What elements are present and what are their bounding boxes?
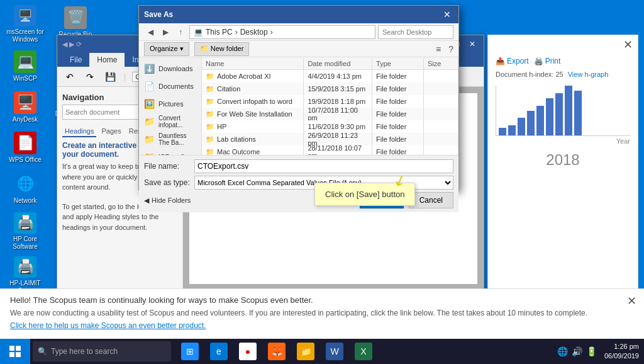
tray-icons: 🌐 🔊 🔋 bbox=[557, 346, 597, 356]
scopus-chart: Year 2018 bbox=[488, 81, 638, 174]
organize-button[interactable]: Organize ▾ bbox=[144, 42, 189, 56]
svg-rect-3 bbox=[16, 352, 21, 357]
hide-folders-toggle[interactable]: ◀ Hide Folders bbox=[144, 196, 191, 205]
dialog-close-button[interactable]: ✕ bbox=[441, 8, 453, 21]
pictures-icon: 🖼️ bbox=[144, 99, 155, 109]
svg-rect-1 bbox=[16, 346, 21, 351]
taskbar-edge[interactable]: e bbox=[205, 339, 233, 364]
export-icon: 📤 bbox=[496, 57, 505, 65]
chart-bar-3 bbox=[518, 118, 525, 135]
documents-icon: 📄 bbox=[144, 81, 155, 91]
scopus-banner-close[interactable]: ✕ bbox=[627, 294, 636, 308]
tray-network-icon[interactable]: 🌐 bbox=[557, 346, 568, 356]
table-row[interactable]: 📁Lab citations 26/9/2018 11:23 pm File f… bbox=[202, 133, 458, 145]
close-button[interactable]: ✕ bbox=[466, 39, 479, 49]
view-h-graph-link[interactable]: View h-graph bbox=[568, 71, 609, 78]
scopus-banner-body: We are now conducting a usability test o… bbox=[10, 309, 634, 317]
taskbar-search[interactable]: 🔍 Type here to search bbox=[33, 341, 171, 361]
taskbar-clock[interactable]: 1:26 pm 06/09/2019 bbox=[604, 342, 639, 361]
nav-tab-headings[interactable]: Headings bbox=[62, 126, 96, 137]
scopus-panel-actions: 📤 Export 🖨️ Print bbox=[488, 54, 638, 68]
start-button[interactable] bbox=[0, 339, 30, 364]
tab-file[interactable]: File bbox=[62, 53, 89, 67]
chart-bars bbox=[496, 86, 630, 136]
chart-bar-8 bbox=[565, 86, 572, 135]
left-pictures[interactable]: 🖼️Pictures bbox=[139, 95, 201, 113]
dialog-file-list: Name Date modified Type Size 📁Adobe Acro… bbox=[202, 57, 458, 155]
scopus-banner: ✕ Hello! The Scopus team is continually … bbox=[0, 288, 644, 339]
left-downloads[interactable]: ⬇️Downloads bbox=[139, 60, 201, 77]
tooltip-text: Click on [Save] button bbox=[325, 190, 404, 199]
chart-bar-4 bbox=[527, 111, 535, 136]
table-row[interactable]: 📁Convert infopath to word 19/9/2018 1:18… bbox=[202, 95, 458, 108]
left-documents[interactable]: 📄Documents bbox=[139, 77, 201, 95]
taskbar-explorer[interactable]: 📁 bbox=[292, 339, 319, 364]
left-dauntless[interactable]: 📁Dauntless The Ba... bbox=[139, 130, 201, 148]
export-link[interactable]: 📤 Export bbox=[496, 57, 529, 65]
new-folder-button[interactable]: 📁 New folder bbox=[194, 42, 250, 56]
dialog-title: Save As bbox=[144, 10, 173, 19]
scopus-panel: ✕ 📤 Export 🖨️ Print Document h-index: 25… bbox=[487, 35, 638, 305]
dialog-address-bar: ◀ ▶ ↑ 💻 This PC › Desktop › bbox=[139, 23, 458, 41]
chart-bar-7 bbox=[555, 93, 563, 135]
dialog-path: 💻 This PC › Desktop › bbox=[189, 25, 375, 39]
desktop-icon-hp-core[interactable]: 🖨️ HP Core Software bbox=[3, 210, 48, 253]
desktop: 🖥️ msScreen for Windows 💻 WinSCP 🖥️ AnyD… bbox=[0, 0, 644, 364]
print-link[interactable]: 🖨️ Print bbox=[534, 57, 561, 65]
filename-input[interactable] bbox=[194, 159, 453, 173]
chart-bar-9 bbox=[574, 91, 582, 135]
desktop-icon-anydesk[interactable]: 🖥️ AnyDesk bbox=[3, 88, 48, 127]
tray-battery-icon[interactable]: 🔋 bbox=[586, 346, 597, 356]
desktop-icon-winscp[interactable]: 💻 WinSCP bbox=[3, 47, 48, 86]
downloads-icon: ⬇️ bbox=[144, 64, 155, 74]
cancel-button[interactable]: Cancel bbox=[409, 192, 453, 208]
desktop-icon-msscreen[interactable]: 🖥️ msScreen for Windows bbox=[3, 3, 48, 45]
left-ispconfig[interactable]: 📁ISPconfig bbox=[139, 148, 201, 155]
view-toggle-button[interactable]: ≡ bbox=[436, 44, 441, 54]
folder-icon-1: 📁 bbox=[144, 117, 155, 127]
folder-icon-3: 📁 bbox=[144, 152, 155, 155]
file-rows-container: 📁Adobe Acrobat XI 4/4/2019 4:13 pm File … bbox=[202, 70, 458, 155]
help-button[interactable]: ? bbox=[448, 44, 453, 54]
search-icon-taskbar: 🔍 bbox=[38, 347, 47, 356]
back-button[interactable]: ◀ bbox=[144, 26, 157, 38]
taskbar-word[interactable]: W bbox=[321, 339, 348, 364]
save-quick-button[interactable]: 💾 bbox=[103, 69, 118, 84]
folder-icon-2: 📁 bbox=[144, 134, 155, 144]
scopus-panel-close[interactable]: ✕ bbox=[623, 38, 633, 52]
chart-bar-5 bbox=[536, 106, 544, 135]
up-button[interactable]: ↑ bbox=[174, 26, 187, 38]
tray-volume-icon[interactable]: 🔊 bbox=[572, 346, 582, 356]
scopus-banner-title: Hello! The Scopus team is continually lo… bbox=[10, 295, 634, 305]
windows-icon bbox=[9, 346, 21, 357]
taskbar-pinned-icons: ⊞ e ● 🦊 📁 W X bbox=[176, 339, 552, 364]
undo-button[interactable]: ↶ bbox=[62, 69, 77, 84]
desktop-icon-wps[interactable]: 📄 WPS Office bbox=[3, 128, 48, 168]
table-row[interactable]: 📁Adobe Acrobat XI 4/4/2019 4:13 pm File … bbox=[202, 70, 458, 82]
table-row[interactable]: 📁For Web Site Installation 10/7/2018 11:… bbox=[202, 108, 458, 120]
hide-folders-icon: ◀ bbox=[144, 196, 149, 205]
tab-home[interactable]: Home bbox=[89, 53, 125, 67]
file-list-header: Name Date modified Type Size bbox=[202, 57, 458, 70]
taskbar-tray: 🌐 🔊 🔋 1:26 pm 06/09/2019 bbox=[552, 342, 644, 361]
chart-bar-2 bbox=[508, 125, 516, 135]
table-row[interactable]: 📁Citation 15/9/2018 3:15 pm File folder bbox=[202, 82, 458, 95]
table-row[interactable]: 📁Mac Outcome 28/11/2018 10:07 pm File fo… bbox=[202, 145, 458, 155]
taskbar-task-view[interactable]: ⊞ bbox=[176, 339, 204, 364]
taskbar-firefox[interactable]: 🦊 bbox=[263, 339, 291, 364]
left-convert[interactable]: 📁Convert infopat... bbox=[139, 113, 201, 130]
table-row[interactable]: 📁HP 11/6/2018 9:30 pm File folder bbox=[202, 120, 458, 133]
nav-tab-pages[interactable]: Pages bbox=[99, 126, 123, 137]
svg-rect-0 bbox=[9, 346, 14, 351]
dialog-search-input[interactable] bbox=[378, 25, 453, 39]
taskbar-chrome[interactable]: ● bbox=[234, 339, 262, 364]
filename-field: File name: bbox=[144, 159, 453, 173]
filename-label: File name: bbox=[144, 162, 194, 171]
redo-button[interactable]: ↷ bbox=[82, 69, 97, 84]
chart-bar-6 bbox=[546, 98, 553, 135]
taskbar-excel[interactable]: X bbox=[350, 339, 377, 364]
forward-button[interactable]: ▶ bbox=[159, 26, 172, 38]
desktop-icon-network[interactable]: 🌐 Network bbox=[3, 169, 48, 208]
scopus-metric: Document h-index: 25 View h-graph bbox=[488, 68, 638, 81]
scopus-banner-link[interactable]: Click here to help us make Scopus an eve… bbox=[10, 321, 206, 330]
